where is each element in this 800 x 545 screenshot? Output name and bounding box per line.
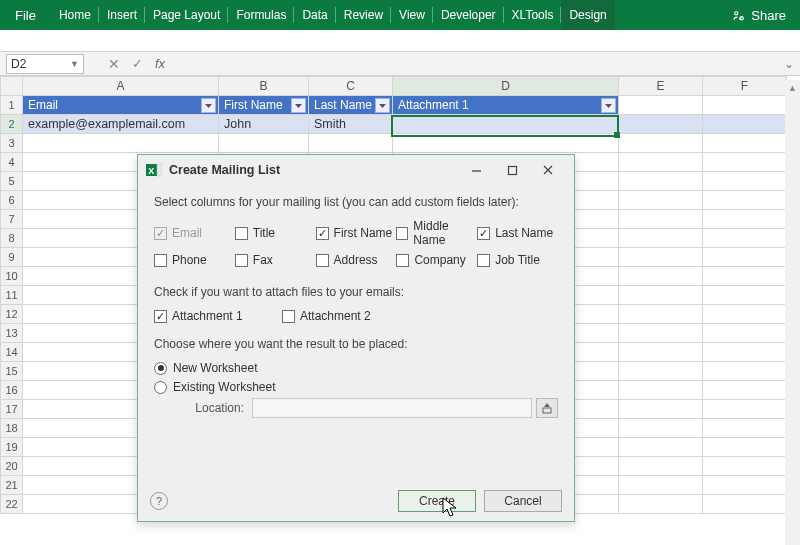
cell[interactable]: John [219,115,309,134]
checkbox-address[interactable]: Address [316,253,397,267]
row-header[interactable]: 22 [1,495,23,514]
cell[interactable] [703,229,787,248]
cancel-button[interactable]: Cancel [484,490,562,512]
scroll-up-icon[interactable]: ▲ [785,80,800,96]
col-header-d[interactable]: D [393,77,619,96]
cell[interactable]: example@examplemail.com [23,115,219,134]
cell[interactable] [23,134,219,153]
cell[interactable] [619,248,703,267]
row-header[interactable]: 7 [1,210,23,229]
filter-dropdown-icon[interactable] [201,98,216,113]
fx-icon[interactable]: fx [155,56,165,71]
row-header[interactable]: 18 [1,419,23,438]
cell[interactable] [619,191,703,210]
cell[interactable] [619,210,703,229]
filter-dropdown-icon[interactable] [601,98,616,113]
table-header-cell[interactable]: First Name [219,96,308,114]
file-tab[interactable]: File [0,0,51,30]
cell[interactable] [703,286,787,305]
row-header[interactable]: 9 [1,248,23,267]
cell[interactable] [619,362,703,381]
maximize-button[interactable] [494,158,530,182]
row-header[interactable]: 14 [1,343,23,362]
checkbox-fax[interactable]: Fax [235,253,316,267]
tab-xltools[interactable]: XLTools [504,0,562,30]
cell[interactable] [619,495,703,514]
tab-review[interactable]: Review [336,0,391,30]
cell[interactable] [619,229,703,248]
cell[interactable]: Smith [309,115,393,134]
table-data-cell[interactable]: Smith [309,115,392,133]
cell[interactable] [703,343,787,362]
radio-new-worksheet[interactable]: New Worksheet [154,361,558,375]
row-header[interactable]: 11 [1,286,23,305]
cell[interactable] [703,495,787,514]
checkbox-title[interactable]: Title [235,219,316,247]
cell[interactable] [703,267,787,286]
row-header[interactable]: 6 [1,191,23,210]
cell[interactable] [703,457,787,476]
dialog-titlebar[interactable]: X Create Mailing List [138,155,574,185]
row-header[interactable]: 10 [1,267,23,286]
cell[interactable] [619,381,703,400]
cell[interactable] [703,210,787,229]
chevron-down-icon[interactable]: ▼ [70,59,79,69]
tab-page-layout[interactable]: Page Layout [145,0,228,30]
row-header[interactable]: 21 [1,476,23,495]
cell[interactable] [619,476,703,495]
row-header[interactable]: 5 [1,172,23,191]
cell[interactable] [619,419,703,438]
name-box[interactable]: D2 ▼ [6,54,84,74]
row-header[interactable]: 15 [1,362,23,381]
expand-formula-bar-icon[interactable]: ⌄ [778,57,800,71]
cell[interactable] [703,362,787,381]
cell[interactable] [703,172,787,191]
checkbox-attachment-1[interactable]: Attachment 1 [154,309,282,323]
checkbox-attachment-2[interactable]: Attachment 2 [282,309,410,323]
cell[interactable]: First Name [219,96,309,115]
cell[interactable] [619,134,703,153]
row-header[interactable]: 13 [1,324,23,343]
range-picker-button[interactable] [536,398,558,418]
cell[interactable] [393,115,619,134]
row-header[interactable]: 17 [1,400,23,419]
checkbox-phone[interactable]: Phone [154,253,235,267]
cell[interactable] [619,286,703,305]
tab-formulas[interactable]: Formulas [228,0,294,30]
cell[interactable] [703,153,787,172]
col-header-b[interactable]: B [219,77,309,96]
table-data-cell[interactable]: example@examplemail.com [23,115,218,133]
cell[interactable] [703,419,787,438]
table-header-cell[interactable]: Last Name [309,96,392,114]
checkbox-middle-name[interactable]: Middle Name [396,219,477,247]
col-header-f[interactable]: F [703,77,787,96]
cell[interactable]: Attachment 1 [393,96,619,115]
cell[interactable] [703,381,787,400]
cell[interactable] [703,134,787,153]
row-header[interactable]: 8 [1,229,23,248]
row-header[interactable]: 2 [1,115,23,134]
table-data-cell[interactable]: John [219,115,308,133]
table-header-cell[interactable]: Email [23,96,218,114]
cell[interactable] [703,115,787,134]
checkbox-company[interactable]: Company [396,253,477,267]
cell[interactable] [703,476,787,495]
tab-home[interactable]: Home [51,0,99,30]
cell[interactable] [703,400,787,419]
col-header-a[interactable]: A [23,77,219,96]
cell[interactable] [619,172,703,191]
checkbox-job-title[interactable]: Job Title [477,253,558,267]
cell[interactable] [703,438,787,457]
cell[interactable] [619,305,703,324]
select-all-corner[interactable] [1,77,23,96]
cell[interactable] [219,134,309,153]
cell[interactable] [619,400,703,419]
cell[interactable] [619,324,703,343]
cell[interactable] [619,115,703,134]
cell[interactable] [619,153,703,172]
vertical-scrollbar[interactable]: ▲ [785,80,800,545]
row-header[interactable]: 3 [1,134,23,153]
formula-input[interactable] [175,54,772,74]
cell[interactable] [703,191,787,210]
cell[interactable] [619,438,703,457]
